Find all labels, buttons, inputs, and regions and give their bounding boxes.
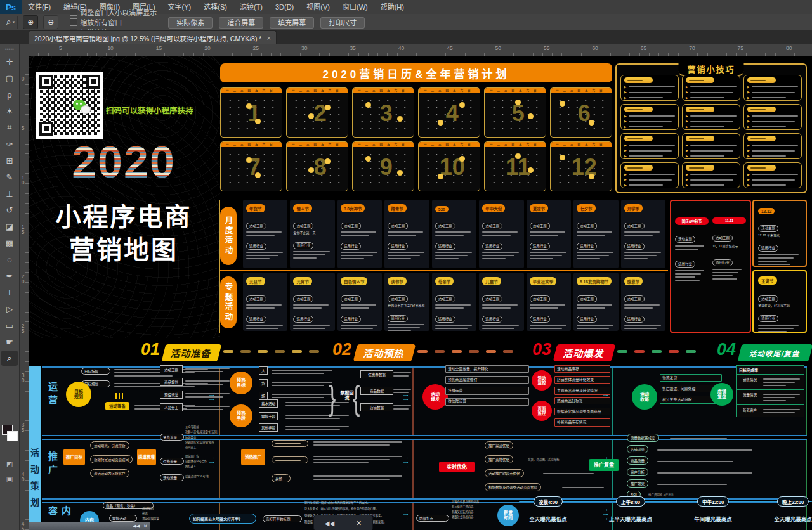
crop-tool-icon[interactable]: ⌗ xyxy=(1,120,18,135)
pr-paid-pill: 付费流量 xyxy=(160,458,184,465)
pr-rt-pill-3: 活动推广时段点优化 xyxy=(485,469,524,477)
blur-tool-icon[interactable]: ◌ xyxy=(1,252,18,267)
tab-close-icon[interactable]: × xyxy=(266,34,270,42)
menu-item[interactable]: 文字(Y) xyxy=(162,3,198,11)
fake-text-line xyxy=(675,249,698,250)
option-checkbox[interactable]: 调整窗口大小以满屏显示 xyxy=(70,7,157,17)
fake-text-line xyxy=(690,121,733,122)
marquee-tool-icon[interactable]: ▢ xyxy=(1,70,18,86)
hand-tool-icon[interactable]: ☛ xyxy=(1,334,18,349)
healing-brush-tool-icon[interactable]: ⊞ xyxy=(1,153,18,168)
lasso-tool-icon[interactable]: ρ xyxy=(1,87,18,102)
brush-tool-icon[interactable]: ✎ xyxy=(1,169,18,184)
fake-text-line xyxy=(185,406,230,407)
tip-card-line: ▶ xyxy=(624,144,675,147)
document-tab[interactable]: 2020小程序电商营销地图.jpg @ 12.5% (扫码可以获得小程序扶持, … xyxy=(29,30,277,45)
option-button[interactable]: 打印尺寸 xyxy=(320,17,365,29)
fake-text-line xyxy=(482,328,514,329)
menu-item[interactable]: 3D(D) xyxy=(269,3,300,11)
bottom-scrollbar-strip[interactable]: ◀◀ ✕ xyxy=(29,522,150,530)
checkbox-icon[interactable] xyxy=(70,18,77,26)
tip-card-line: ▶ xyxy=(686,120,737,123)
ct-leaf: 活动氛围渲染 xyxy=(142,517,180,522)
path-select-tool-icon[interactable]: ▷ xyxy=(1,301,18,316)
option-button[interactable]: 适合屏幕 xyxy=(219,17,263,29)
phase-ribbon: 活动准备 xyxy=(162,344,222,361)
fake-text-line xyxy=(435,328,468,329)
fake-text-block xyxy=(577,231,615,236)
rewind-icon[interactable]: ◀◀ xyxy=(133,524,140,529)
pr-free-leaf: 分销团队“社交分销”矩阵 xyxy=(185,440,218,445)
screen-mode-icon[interactable]: ▣ xyxy=(1,473,18,484)
history-brush-tool-icon[interactable]: ↺ xyxy=(1,202,18,217)
fake-text-line xyxy=(530,231,565,233)
option-button[interactable]: 填充屏幕 xyxy=(270,17,314,29)
rewind-icon[interactable]: ◀◀ xyxy=(325,520,334,527)
zoom-out-button[interactable]: ⊖ xyxy=(43,15,58,29)
calendar-banner: 2020营销日历&全年营销计划 xyxy=(220,63,612,82)
color-swatches[interactable] xyxy=(2,425,17,441)
magic-wand-tool-icon[interactable]: ✶ xyxy=(1,103,18,119)
fake-text-line xyxy=(482,325,519,326)
timeline-desc: 全天曝光最高点 xyxy=(758,515,812,522)
fake-text-line xyxy=(690,179,733,181)
fake-text-line xyxy=(629,121,672,122)
tag-industry: 适用行业 xyxy=(624,316,645,323)
menu-item[interactable]: 帮助(H) xyxy=(374,3,410,11)
floating-popup[interactable]: ◀◀ ✕ xyxy=(313,515,373,530)
fake-text-line xyxy=(675,273,701,275)
calendar-month-card: 一二三四五六日12 xyxy=(550,141,612,191)
bullet-icon: ▶ xyxy=(747,115,750,118)
dash xyxy=(417,350,428,353)
fake-text-line xyxy=(313,462,369,463)
pr-warm-box: 预热推广 xyxy=(241,449,265,465)
menu-item[interactable]: 滤镜(T) xyxy=(233,3,269,11)
background-color-swatch[interactable] xyxy=(7,431,18,441)
pen-tool-icon[interactable]: ✒ xyxy=(1,268,18,283)
calendar-highlight-dot xyxy=(365,102,371,108)
type-tool-icon[interactable]: T xyxy=(1,285,18,300)
menu-item[interactable]: 视图(V) xyxy=(300,3,336,11)
close-icon[interactable]: ✕ xyxy=(356,519,362,527)
calendar-weekday-header: 一二三四五六日 xyxy=(221,88,282,93)
tip-card-pill xyxy=(686,107,714,112)
tag-industry: 适用行业 xyxy=(624,243,645,250)
qr-code xyxy=(36,72,103,139)
gradient-tool-icon[interactable]: ▩ xyxy=(1,235,18,250)
photoshop-logo: Ps xyxy=(0,0,22,14)
menu-item[interactable]: 窗口(W) xyxy=(336,3,374,11)
clone-stamp-tool-icon[interactable]: ⊥ xyxy=(1,186,18,201)
quick-mask-icon[interactable]: ◩ xyxy=(1,458,18,469)
brace: } xyxy=(329,378,336,417)
op-review-table: 目标完成率 销售情况 流量情况 新老客户 xyxy=(736,365,804,417)
eyedropper-tool-icon[interactable]: ✑ xyxy=(1,136,18,152)
pr-review-pill-2: 店铺流量 xyxy=(627,445,648,453)
fake-text-line xyxy=(293,254,325,255)
checkbox-icon[interactable] xyxy=(70,8,77,16)
festival-theme-text: 圣诞狂欢，好礼享不停 xyxy=(758,304,801,308)
eraser-tool-icon[interactable]: ◪ xyxy=(1,219,18,234)
activity-card-tags: 活动主题 xyxy=(293,291,331,302)
shape-tool-icon[interactable]: ▭ xyxy=(1,318,18,333)
tag-industry: 适用行业 xyxy=(341,243,361,250)
activity-card-tags: 适用行业 xyxy=(388,311,426,322)
option-checkbox[interactable]: 缩放所有窗口 xyxy=(70,17,157,27)
menu-item[interactable]: 文件(F) xyxy=(22,3,57,11)
fake-text-block xyxy=(341,325,379,331)
move-tool-icon[interactable]: ✛ xyxy=(1,54,18,69)
menu-item[interactable]: 选择(S) xyxy=(197,3,233,11)
document-canvas[interactable]: 扫码可以获得小程序扶持 2020 小程序电商 营销地图 2020营销日历&全年营… xyxy=(29,56,812,530)
close-icon[interactable]: ✕ xyxy=(143,524,147,529)
option-button[interactable]: 实际像素 xyxy=(168,17,213,29)
tips-title: 营销小技巧 xyxy=(678,63,743,76)
activity-card-tags: 活动主题 xyxy=(577,218,615,229)
calendar-highlight-dot xyxy=(438,120,443,126)
zoom-tool-preset[interactable]: ⌕ ▾ xyxy=(4,16,18,29)
activity-card: 情人节活动主题爱你不止这一天适用行业 xyxy=(290,200,334,268)
zoom-tool-icon[interactable]: ⌕ xyxy=(1,351,18,366)
zoom-in-button[interactable]: ⊕ xyxy=(23,15,38,29)
fake-text-line xyxy=(763,382,795,383)
toolbar-grip[interactable]: ▪▪▪▪▪ xyxy=(0,46,19,52)
fake-text-line xyxy=(246,304,282,306)
fake-text-line xyxy=(435,235,464,236)
